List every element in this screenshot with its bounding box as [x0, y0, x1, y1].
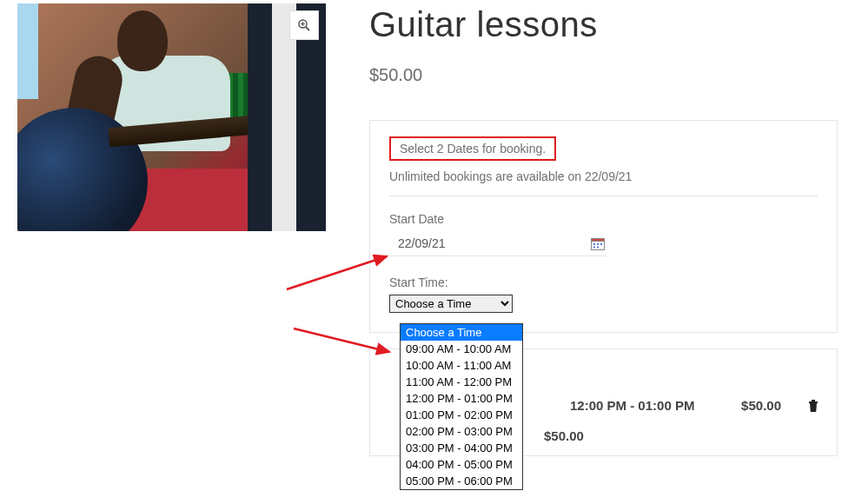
time-option[interactable]: 01:00 PM - 02:00 PM: [401, 407, 522, 423]
start-date-input[interactable]: 22/09/21: [389, 231, 606, 256]
svg-line-1: [306, 27, 309, 30]
trash-icon[interactable]: [807, 399, 819, 413]
svg-rect-5: [592, 238, 605, 241]
start-time-select[interactable]: Choose a Time: [389, 295, 513, 313]
time-option[interactable]: 04:00 PM - 05:00 PM: [401, 456, 522, 473]
start-date-value: 22/09/21: [391, 236, 446, 250]
availability-text: Unlimited bookings are available on 22/0…: [389, 169, 818, 196]
booking-card: Select 2 Dates for booking. Unlimited bo…: [369, 120, 838, 333]
time-option[interactable]: 10:00 AM - 11:00 AM: [401, 357, 522, 374]
time-option[interactable]: 05:00 PM - 06:00 PM: [401, 473, 522, 489]
svg-rect-9: [593, 246, 595, 248]
search-plus-icon: [297, 18, 311, 32]
svg-rect-10: [597, 246, 599, 248]
svg-rect-8: [600, 243, 602, 245]
zoom-button[interactable]: [289, 10, 319, 40]
calendar-icon[interactable]: [591, 237, 605, 250]
summary-row-time: 12:00 PM - 01:00 PM: [570, 398, 715, 413]
time-option[interactable]: 12:00 PM - 01:00 PM: [401, 390, 522, 407]
svg-rect-6: [593, 243, 595, 245]
svg-rect-7: [597, 243, 599, 245]
time-option[interactable]: 11:00 AM - 12:00 PM: [401, 374, 522, 390]
time-option[interactable]: 02:00 PM - 03:00 PM: [401, 423, 522, 440]
time-option[interactable]: Choose a Time: [401, 324, 522, 341]
time-option[interactable]: 03:00 PM - 04:00 PM: [401, 440, 522, 456]
start-date-label: Start Date: [389, 212, 818, 226]
time-option[interactable]: 09:00 AM - 10:00 AM: [401, 341, 522, 357]
product-price: $50.00: [369, 65, 838, 85]
svg-rect-11: [809, 401, 818, 403]
summary-row-price: $50.00: [741, 398, 781, 413]
select-dates-notice: Select 2 Dates for booking.: [389, 136, 556, 161]
product-title: Guitar lessons: [369, 5, 838, 44]
svg-rect-12: [812, 400, 815, 401]
start-time-dropdown-list[interactable]: Choose a Time09:00 AM - 10:00 AM10:00 AM…: [400, 323, 523, 490]
start-time-label: Start Time:: [389, 275, 818, 289]
product-image[interactable]: [17, 3, 326, 231]
